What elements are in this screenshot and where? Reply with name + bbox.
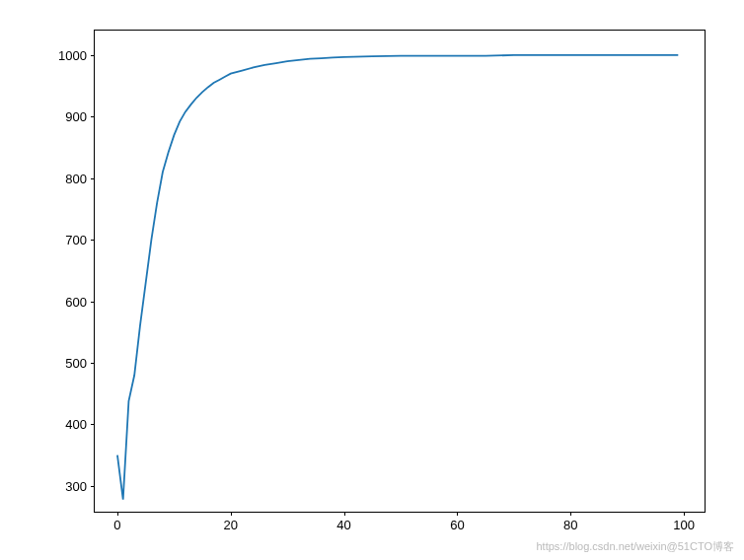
plot-area: 3004005006007008009001000 020406080100 bbox=[94, 30, 706, 513]
y-tick-label: 700 bbox=[65, 233, 87, 247]
y-tick-label: 600 bbox=[65, 294, 87, 309]
x-tick-label: 20 bbox=[224, 518, 238, 532]
x-tick bbox=[570, 512, 571, 516]
x-tick-label: 0 bbox=[113, 518, 120, 532]
x-tick bbox=[117, 512, 118, 516]
x-tick bbox=[684, 512, 685, 516]
y-tick-label: 1000 bbox=[58, 47, 87, 62]
x-tick bbox=[344, 512, 345, 516]
x-tick-label: 60 bbox=[450, 518, 464, 532]
y-tick bbox=[91, 116, 95, 117]
chart-container: 3004005006007008009001000 020406080100 bbox=[94, 30, 706, 513]
x-tick-label: 100 bbox=[673, 518, 695, 532]
x-tick-label: 40 bbox=[336, 518, 350, 532]
y-tick bbox=[91, 302, 95, 303]
y-tick-label: 500 bbox=[65, 356, 87, 371]
y-tick-label: 800 bbox=[65, 171, 87, 185]
data-line bbox=[117, 55, 678, 500]
y-tick-label: 300 bbox=[65, 478, 87, 493]
y-tick bbox=[91, 240, 95, 241]
line-plot bbox=[95, 31, 707, 514]
y-tick bbox=[91, 486, 95, 487]
watermark: https://blog.csdn.net/weixin@51CTO博客 bbox=[537, 539, 735, 554]
y-tick bbox=[91, 424, 95, 425]
y-tick-label: 900 bbox=[65, 109, 87, 124]
y-tick bbox=[91, 55, 95, 56]
y-tick bbox=[91, 363, 95, 364]
y-tick bbox=[91, 178, 95, 179]
y-tick-label: 400 bbox=[65, 417, 87, 432]
x-tick-label: 80 bbox=[563, 518, 577, 532]
x-tick bbox=[231, 512, 232, 516]
x-tick bbox=[457, 512, 458, 516]
